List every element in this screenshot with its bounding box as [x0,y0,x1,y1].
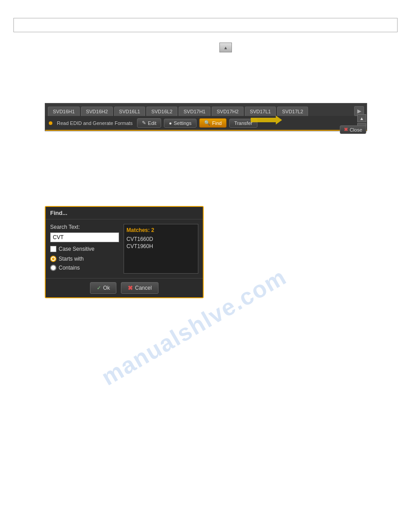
main-panel: SVD16H1 SVD16H2 SVD16L1 SVD16L2 SVD17H1 … [45,103,367,131]
contains-row: Contains [50,265,119,271]
settings-icon: ● [169,120,172,126]
match-item-1[interactable]: CVT1660D [127,236,196,243]
status-dot [49,121,52,125]
find-button[interactable]: 🔍 Find [199,118,227,128]
matches-header: Matches: 2 [127,227,196,233]
cancel-icon: ✖ [128,284,133,292]
settings-button[interactable]: ● Settings [164,119,196,128]
find-label: Find [212,120,222,126]
tab-svd17l1[interactable]: SVD17L1 [245,107,276,116]
cancel-label: Cancel [135,285,151,291]
find-dialog-body: Search Text: Case Sensitive Starts with … [46,219,203,278]
tab-row: SVD16H1 SVD16H2 SVD16L1 SVD16L2 SVD17H1 … [45,103,367,116]
find-footer: ✓ Ok ✖ Cancel [46,278,203,297]
matches-label-text: Matches: [127,227,150,233]
toolbar-read-label: Read EDID and Generate Formats [57,120,133,126]
edit-icon: ✎ [142,120,146,126]
starts-with-label: Starts with [59,256,84,262]
tab-svd17l2[interactable]: SVD17L2 [277,107,308,116]
ok-check-icon: ✓ [97,285,101,291]
search-input[interactable] [50,232,119,242]
cancel-button[interactable]: ✖ Cancel [121,282,158,294]
radio-dot-filled [52,257,55,260]
starts-with-row: Starts with [50,256,119,262]
tab-svd16h2[interactable]: SVD16H2 [81,107,113,116]
match-item-2[interactable]: CVT1960H [127,243,196,250]
toolbar-row: Read EDID and Generate Formats ✎ Edit ● … [45,116,367,131]
find-dialog: Find... Search Text: Case Sensitive Star… [45,206,204,298]
find-left-panel: Search Text: Case Sensitive Starts with … [50,224,119,274]
arrow-annotation [251,116,287,124]
edit-button[interactable]: ✎ Edit [137,118,161,128]
scroll-up-button[interactable]: ▲ [357,114,366,122]
search-text-label: Search Text: [50,224,119,230]
case-sensitive-checkbox[interactable] [50,246,56,252]
close-btn-row: ✖ Close [340,125,366,134]
top-icon-button[interactable] [219,43,232,52]
settings-label: Settings [174,120,192,126]
tab-svd16l2[interactable]: SVD16L2 [146,107,177,116]
matches-count: 2 [151,227,154,233]
transfer-label: Transfer [234,120,253,126]
ok-button[interactable]: ✓ Ok [90,282,116,294]
ok-label: Ok [103,285,110,291]
contains-label: Contains [59,265,80,271]
close-button[interactable]: ✖ Close [340,125,366,134]
find-dialog-title: Find... [46,207,203,219]
arrow-shape [251,116,282,124]
case-sensitive-row: Case Sensitive [50,246,119,252]
tab-svd17h1[interactable]: SVD17H1 [179,107,210,116]
contains-radio[interactable] [50,265,56,271]
tab-svd16h1[interactable]: SVD16H1 [48,107,80,116]
starts-with-radio[interactable] [50,256,56,262]
find-results-panel: Matches: 2 CVT1660D CVT1960H [124,224,199,274]
find-icon: 🔍 [204,120,210,126]
tab-svd16l1[interactable]: SVD16L1 [114,107,145,116]
close-icon: ✖ [344,127,348,133]
case-sensitive-label: Case Sensitive [59,246,94,252]
close-label: Close [350,127,362,133]
tab-svd17h2[interactable]: SVD17H2 [212,107,244,116]
edit-label: Edit [148,120,156,126]
top-input-bar[interactable] [13,18,398,32]
